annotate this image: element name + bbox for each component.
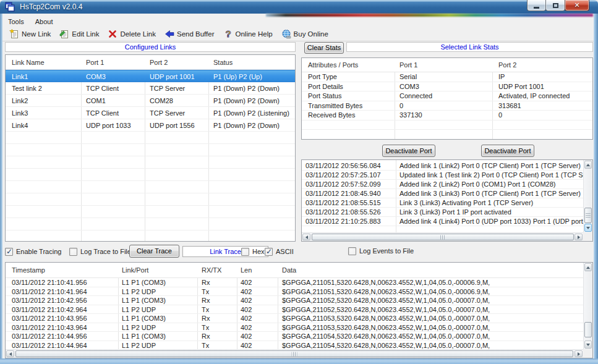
- column-header-attributes[interactable]: Attributes / Ports: [308, 58, 358, 72]
- event-row[interactable]: 03/11/2012 21:10:25.883Added link 4 (Lin…: [302, 217, 583, 226]
- event-log-panel: 03/11/2012 20:56:56.084Added link 1 (Lin…: [301, 159, 593, 242]
- new-link-icon: [9, 29, 19, 39]
- column-header-timestamp[interactable]: Timestamp: [12, 263, 45, 278]
- column-header-port1[interactable]: Port 1: [399, 58, 417, 72]
- column-header-rxtx[interactable]: RX/TX: [202, 263, 221, 278]
- trace-row[interactable]: 03/11/2012 21:10:42.964L1 P2 UDPTx402$GP…: [6, 305, 583, 315]
- cell: 402: [241, 341, 252, 350]
- trace-vscrollbar[interactable]: [583, 263, 592, 349]
- cell: P1 (Down) P2 (Down): [213, 82, 280, 95]
- scroll-right-button[interactable]: [575, 234, 583, 240]
- online-help-icon: ?: [223, 29, 233, 39]
- cell: L1 P1 (COM3): [122, 314, 166, 323]
- cell: COM3: [399, 82, 419, 92]
- link-row[interactable]: Link1COM3UDP port 1001P1 (Up) P2 (Up): [6, 70, 295, 82]
- delete-link-button[interactable]: Delete Link: [103, 28, 160, 41]
- clear-stats-button[interactable]: Clear Stats: [304, 42, 344, 54]
- event-log-hscrollbar[interactable]: [302, 232, 583, 241]
- log-events-to-file-checkbox[interactable]: Log Events to File: [348, 247, 414, 255]
- event-log-vscrollbar[interactable]: [583, 160, 592, 232]
- trace-hscrollbar[interactable]: [6, 349, 583, 358]
- window-title: HsTcp2Com v2.0.4: [20, 2, 82, 11]
- cell: 03/11/2012 21:10:41.956: [12, 278, 87, 287]
- ascii-checkbox[interactable]: ASCII: [265, 247, 294, 256]
- event-row[interactable]: 03/11/2012 21:08:45.940Added link 3 (Lin…: [302, 189, 583, 198]
- clear-trace-button[interactable]: Clear Trace: [129, 245, 179, 258]
- maximize-button[interactable]: [545, 0, 565, 11]
- cell: $GPGGA,211054,5320.6428,N,00623.4552,W,1…: [282, 341, 490, 350]
- hex-checkbox[interactable]: Hex: [241, 247, 265, 256]
- configured-links-table: Link Name Port 1 Port 2 Status Link1COM3…: [5, 54, 296, 242]
- column-header-link-port[interactable]: Link/Port: [122, 263, 148, 278]
- minimize-button[interactable]: [527, 0, 546, 11]
- column-header-len[interactable]: Len: [241, 263, 252, 278]
- new-link-button[interactable]: New Link: [5, 28, 55, 41]
- event-row[interactable]: 03/11/2012 21:08:55.515Link 3 (Link3) Ac…: [302, 198, 583, 208]
- toolbar: New Link Edit Link Delete Link Send Buff…: [2, 27, 594, 41]
- link-row[interactable]: Link3TCP ClientTCP ServerP1 (Down) P2 (L…: [6, 107, 295, 119]
- scroll-right-button[interactable]: [575, 350, 583, 357]
- close-button[interactable]: ✕: [565, 0, 589, 11]
- thumb-grip-icon: [586, 213, 591, 218]
- column-header-port2[interactable]: Port 2: [498, 58, 516, 72]
- trace-row[interactable]: 03/11/2012 21:10:44.956L1 P1 (COM3)Rx402…: [6, 332, 583, 341]
- trace-row[interactable]: 03/11/2012 21:10:41.956L1 P1 (COM3)Rx402…: [6, 278, 583, 287]
- thumb-grip-icon: [440, 235, 446, 239]
- link-row[interactable]: Link4UDP port 1033UDP port 1556P1 (Down)…: [6, 119, 295, 132]
- log-trace-to-file-checkbox[interactable]: Log Trace to File: [69, 247, 131, 256]
- window-frame-left: [0, 14, 2, 364]
- column-header-data[interactable]: Data: [282, 263, 296, 278]
- vscroll-thumb[interactable]: [584, 208, 592, 223]
- column-header-port1[interactable]: Port 1: [86, 55, 104, 70]
- trace-row[interactable]: 03/11/2012 21:10:44.964L1 P2 UDPTx402$GP…: [6, 341, 583, 350]
- hscroll-thumb[interactable]: [15, 350, 573, 357]
- cell: Added link 2 (Link2) Port 0 (COM1) Port …: [399, 180, 555, 189]
- column-header-port2[interactable]: Port 2: [150, 55, 168, 70]
- enable-tracing-checkbox[interactable]: Enable Tracing: [5, 247, 61, 256]
- column-header-status[interactable]: Status: [213, 55, 233, 70]
- menu-tools[interactable]: Tools: [2, 17, 30, 27]
- event-row[interactable]: 03/11/2012 20:56:56.084Added link 1 (Lin…: [302, 161, 583, 171]
- buy-online-button[interactable]: Buy Online: [277, 28, 333, 41]
- scroll-up-button[interactable]: [584, 263, 592, 271]
- ascii-label: ASCII: [276, 248, 294, 255]
- send-buffer-button[interactable]: Send Buffer: [160, 28, 219, 41]
- scroll-down-button[interactable]: [584, 224, 592, 232]
- titlebar[interactable]: HsTcp2Com v2.0.4 ✕: [0, 0, 598, 14]
- event-row[interactable]: 03/11/2012 20:57:52.099Added link 2 (Lin…: [302, 180, 583, 189]
- scroll-down-button[interactable]: [584, 341, 592, 349]
- link-row[interactable]: Test link 2TCP ClientTCP ServerP1 (Down)…: [6, 82, 295, 95]
- cell: $GPGGA,211053,5320.6428,N,00623.4552,W,1…: [282, 314, 490, 323]
- vscroll-thumb[interactable]: [584, 322, 592, 337]
- menu-about[interactable]: About: [30, 17, 59, 27]
- deactivate-port1-button[interactable]: Deactivate Port 1: [382, 145, 435, 157]
- hscroll-thumb[interactable]: [312, 234, 574, 240]
- cell: Tx: [202, 341, 209, 350]
- cell: UDP Port 1001: [498, 82, 544, 92]
- cell: L1 P2 UDP: [122, 341, 156, 350]
- cell: 03/11/2012 20:57:25.107: [305, 171, 381, 180]
- event-row[interactable]: 03/11/2012 20:57:25.107Updated link 1 (T…: [302, 171, 583, 180]
- new-link-label: New Link: [22, 30, 51, 38]
- cell: IP: [498, 72, 505, 82]
- event-row[interactable]: 03/11/2012 21:08:55.526Link 3 (Link3) Po…: [302, 208, 583, 217]
- cell: Tx: [202, 323, 209, 332]
- window-controls: ✕: [528, 0, 589, 11]
- cell: Connected: [399, 91, 432, 101]
- scroll-up-button[interactable]: [584, 161, 592, 169]
- trace-row[interactable]: 03/11/2012 21:10:42.956L1 P1 (COM3)Rx402…: [6, 296, 583, 305]
- link-row[interactable]: Link2COM1COM28P1 (Down) P2 (Down): [6, 95, 295, 107]
- scroll-left-button[interactable]: [6, 350, 14, 357]
- scroll-left-button[interactable]: [302, 234, 310, 240]
- event-log-list: 03/11/2012 20:56:56.084Added link 1 (Lin…: [302, 160, 583, 232]
- online-help-button[interactable]: ? Online Help: [219, 28, 277, 41]
- cell: Link1: [12, 70, 28, 83]
- edit-link-button[interactable]: Edit Link: [55, 28, 103, 41]
- column-header-link-name[interactable]: Link Name: [12, 55, 45, 70]
- trace-row[interactable]: 03/11/2012 21:10:43.964L1 P2 UDPTx402$GP…: [6, 323, 583, 332]
- trace-row[interactable]: 03/11/2012 21:10:43.956L1 P1 (COM3)Rx402…: [6, 314, 583, 323]
- trace-row[interactable]: 03/11/2012 21:10:41.964L1 P2 UDPTx402$GP…: [6, 287, 583, 297]
- cell: P1 (Down) P2 (Down): [213, 119, 280, 132]
- cell: 03/11/2012 21:10:44.964: [12, 341, 87, 350]
- deactivate-port2-button[interactable]: Deactivate Port 2: [481, 145, 534, 157]
